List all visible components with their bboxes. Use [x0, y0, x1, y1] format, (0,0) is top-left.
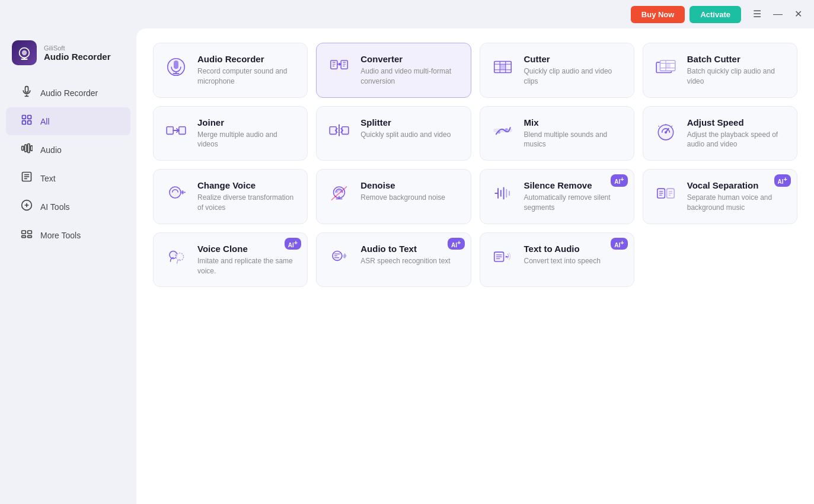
logo-icon	[12, 40, 37, 65]
tool-info-denoise: Denoise Remove background noise	[360, 180, 461, 203]
tool-name-voice-clone: Voice Clone	[197, 244, 298, 254]
svg-point-1	[22, 50, 27, 55]
tool-name-adjust-speed: Adjust Speed	[687, 117, 787, 127]
svg-rect-47	[666, 63, 671, 68]
tool-card-silence-remove[interactable]: AI Silence Remove Automatically remove s…	[480, 169, 634, 224]
content-area: Audio Recorder Record computer sound and…	[136, 28, 814, 504]
svg-rect-48	[167, 126, 173, 134]
tool-card-denoise[interactable]: Denoise Remove background noise	[316, 169, 471, 224]
svg-rect-29	[341, 60, 347, 69]
minimize-button[interactable]: —	[771, 8, 785, 20]
tool-desc-audio-recorder: Record computer sound and microphone	[197, 66, 298, 87]
svg-rect-3	[21, 59, 27, 60]
tool-name-text-to-audio: Text to Audio	[524, 244, 624, 254]
tool-name-splitter: Splitter	[360, 117, 461, 127]
sidebar-item-all[interactable]: All	[6, 107, 130, 135]
tool-info-audio-recorder: Audio Recorder Record computer sound and…	[197, 54, 298, 87]
svg-rect-21	[28, 231, 32, 234]
activate-button[interactable]: Activate	[689, 6, 741, 23]
all-icon	[20, 114, 33, 129]
svg-rect-13	[28, 144, 30, 153]
sidebar-item-ai-tools[interactable]: AI Tools	[6, 193, 130, 221]
sidebar-item-audio-recorder[interactable]: Audio Recorder	[6, 79, 130, 107]
tool-icon-joiner	[163, 117, 189, 143]
app-logo: GiliSoft Audio Recorder	[0, 34, 136, 77]
svg-rect-20	[22, 231, 26, 234]
tool-info-voice-clone: Voice Clone Imitate and replicate the sa…	[197, 244, 298, 276]
tool-icon-mix	[490, 117, 516, 143]
tool-desc-denoise: Remove background noise	[360, 193, 461, 203]
tool-card-converter[interactable]: Converter Audio and video multi-format c…	[316, 43, 471, 98]
tool-name-vocal-separation: Vocal Separation	[687, 180, 787, 190]
tool-name-change-voice: Change Voice	[197, 180, 298, 190]
audio-recorder-icon	[20, 85, 33, 100]
logo-brand: GiliSoft	[44, 44, 111, 52]
titlebar: Buy Now Activate ☰ — ✕	[0, 0, 814, 28]
sidebar: GiliSoft Audio Recorder Audio Recorder A…	[0, 28, 136, 504]
sidebar-item-more-tools[interactable]: More Tools	[6, 221, 130, 249]
tool-card-audio-to-text[interactable]: AI T Audio to Text ASR speech recognitio…	[316, 232, 471, 288]
tool-name-denoise: Denoise	[360, 180, 461, 190]
tool-icon-silence-remove	[490, 180, 516, 206]
tool-desc-vocal-separation: Separate human voice and background musi…	[687, 193, 787, 213]
svg-point-62	[170, 187, 181, 198]
tool-name-batch-cutter: Batch Cutter	[687, 54, 787, 64]
tool-info-audio-to-text: Audio to Text ASR speech recognition tex…	[360, 244, 461, 266]
main-layout: GiliSoft Audio Recorder Audio Recorder A…	[0, 28, 814, 504]
svg-rect-8	[28, 116, 31, 119]
tool-desc-change-voice: Realize diverse transformation of voices	[197, 193, 298, 213]
tool-icon-adjust-speed	[653, 117, 679, 143]
svg-rect-25	[174, 60, 178, 69]
tool-info-text-to-audio: Text to Audio Convert text into speech	[524, 244, 624, 266]
tool-info-converter: Converter Audio and video multi-format c…	[360, 54, 461, 87]
svg-rect-49	[179, 126, 186, 134]
tool-card-text-to-audio[interactable]: AI Text to Audio Convert text into speec…	[480, 232, 634, 288]
tool-name-silence-remove: Silence Remove	[524, 180, 624, 190]
sidebar-item-text[interactable]: Text	[6, 164, 130, 192]
tool-icon-denoise	[326, 180, 352, 206]
tool-icon-batch-cutter	[653, 54, 679, 80]
sidebar-item-label-more-tools: More Tools	[40, 231, 81, 240]
sidebar-item-label-ai-tools: AI Tools	[40, 202, 70, 212]
ai-badge-text-to-audio: AI	[611, 238, 627, 250]
svg-rect-12	[25, 145, 27, 152]
tool-info-change-voice: Change Voice Realize diverse transformat…	[197, 180, 298, 213]
tool-card-cutter[interactable]: Cutter Quickly clip audio and video clip…	[480, 43, 634, 98]
tool-info-joiner: Joiner Merge multiple audio and videos	[197, 117, 298, 150]
tool-card-audio-recorder[interactable]: Audio Recorder Record computer sound and…	[153, 43, 308, 98]
svg-rect-11	[22, 146, 24, 151]
sidebar-item-label-text: Text	[40, 174, 56, 183]
ai-tools-icon	[20, 199, 33, 214]
tool-card-change-voice[interactable]: Change Voice Realize diverse transformat…	[153, 169, 308, 224]
svg-rect-9	[23, 121, 26, 125]
tool-card-adjust-speed[interactable]: Adjust Speed Adjust the playback speed o…	[643, 106, 797, 161]
more-tools-icon	[20, 228, 33, 243]
tool-name-audio-to-text: Audio to Text	[360, 244, 461, 254]
sidebar-item-audio[interactable]: Audio	[6, 136, 130, 164]
tool-card-joiner[interactable]: Joiner Merge multiple audio and videos	[153, 106, 308, 161]
logo-product: Audio Recorder	[44, 52, 111, 62]
logo-text: GiliSoft Audio Recorder	[44, 44, 111, 62]
tool-card-voice-clone[interactable]: AI Voice Clone Imitate and replicate the…	[153, 232, 308, 288]
menu-button[interactable]: ☰	[751, 8, 764, 20]
tool-card-mix[interactable]: Mix Blend multiple sounds and musics	[480, 106, 634, 161]
ai-badge-silence-remove: AI	[611, 174, 627, 186]
buy-now-button[interactable]: Buy Now	[631, 6, 685, 23]
tool-desc-converter: Audio and video multi-format conversion	[360, 66, 461, 87]
tool-info-splitter: Splitter Quickly split audio and video	[360, 117, 461, 140]
svg-rect-22	[22, 235, 26, 237]
ai-badge-audio-to-text: AI	[448, 238, 464, 250]
tool-card-vocal-separation[interactable]: AI Vocal Separation Separate human voice…	[643, 169, 797, 224]
svg-rect-28	[331, 60, 337, 69]
tool-desc-voice-clone: Imitate and replicate the same voice.	[197, 256, 298, 276]
svg-point-58	[665, 131, 667, 133]
tool-desc-joiner: Merge multiple audio and videos	[197, 130, 298, 150]
ai-badge-vocal-separation: AI	[774, 174, 791, 186]
tool-icon-audio-recorder	[163, 54, 189, 80]
tool-card-batch-cutter[interactable]: Batch Cutter Batch quickly clip audio an…	[643, 43, 797, 98]
tool-name-mix: Mix	[524, 117, 624, 127]
tool-card-splitter[interactable]: Splitter Quickly split audio and video	[316, 106, 471, 161]
tool-info-batch-cutter: Batch Cutter Batch quickly clip audio an…	[687, 54, 787, 87]
window-controls: ☰ — ✕	[751, 8, 805, 20]
close-button[interactable]: ✕	[792, 8, 805, 20]
